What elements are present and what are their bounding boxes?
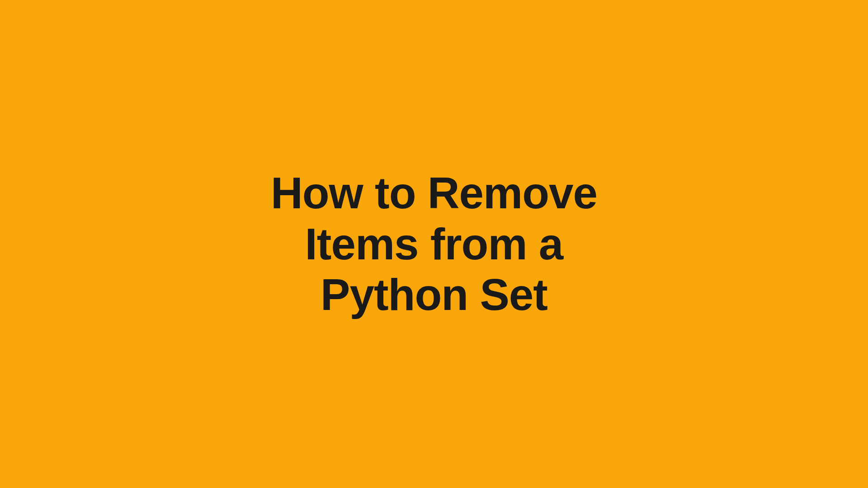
- page-title: How to RemoveItems from aPython Set: [271, 168, 597, 320]
